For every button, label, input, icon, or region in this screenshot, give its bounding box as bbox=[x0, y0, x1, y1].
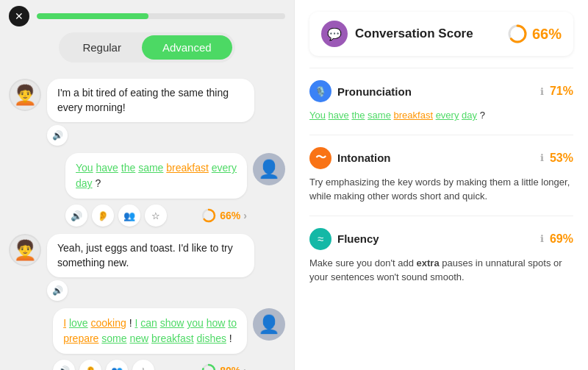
tab-switcher: Regular Advanced bbox=[59, 32, 234, 63]
people-btn-1[interactable]: 👥 bbox=[118, 204, 140, 227]
r-word-have: have bbox=[329, 110, 349, 121]
bot-bubble-2: Yeah, just eggs and toast. I'd like to t… bbox=[47, 234, 254, 277]
tab-advanced[interactable]: Advanced bbox=[142, 35, 232, 60]
divider-3 bbox=[309, 216, 573, 216]
intonation-description: Try emphasizing the key words by making … bbox=[309, 175, 573, 204]
intonation-icon: 〜 bbox=[309, 147, 331, 169]
word-same: same bbox=[138, 162, 163, 174]
user-message-1: 👤 You have the same breakfast every bbox=[9, 153, 285, 227]
score-chevron-1: › bbox=[243, 210, 247, 221]
close-icon: ✕ bbox=[15, 10, 24, 22]
user-face-icon-1: 👤 bbox=[258, 159, 280, 179]
r-word-the: the bbox=[351, 110, 365, 121]
pronunciation-info-icon[interactable]: ℹ bbox=[540, 86, 544, 97]
bot-text-1: I'm a bit tired of eating the same thing… bbox=[57, 87, 229, 113]
user-face-icon-2: 👤 bbox=[258, 314, 280, 335]
word-cooking: cooking bbox=[91, 317, 126, 329]
pronunciation-header: 🎙️ Pronunciation ℹ 71% bbox=[309, 80, 573, 102]
bot-avatar: 🧑‍🦱 bbox=[9, 79, 41, 111]
word-breakfast2: breakfast bbox=[151, 332, 194, 344]
pronunciation-icon: 🎙️ bbox=[309, 80, 331, 102]
bot-msg-content-2: Yeah, just eggs and toast. I'd like to t… bbox=[47, 234, 254, 301]
ear-btn-2[interactable]: 👂 bbox=[79, 360, 101, 370]
chat-bubble-icon: 💬 bbox=[327, 27, 342, 41]
fluency-wave-icon: ≈ bbox=[318, 232, 323, 245]
pronunciation-label: Pronunciation bbox=[337, 85, 533, 98]
action-row-2: 🔊 👂 👥 ☆ 80% › bbox=[53, 360, 247, 370]
score-text-2: 80% bbox=[220, 365, 240, 370]
word-exc2: ! bbox=[229, 332, 232, 344]
score-badge-2[interactable]: 80% › bbox=[201, 363, 247, 370]
word-can: can bbox=[140, 317, 157, 329]
word-dishes: dishes bbox=[196, 332, 226, 344]
score-badge-1[interactable]: 66% › bbox=[201, 207, 247, 224]
bot-bubble-1: I'm a bit tired of eating the same thing… bbox=[47, 79, 254, 122]
score-text-1: 66% bbox=[220, 210, 240, 221]
close-button[interactable]: ✕ bbox=[9, 6, 29, 26]
bot-avatar-2: 🧑‍🦱 bbox=[9, 234, 41, 266]
fluency-section: ≈ Fluency ℹ 69% Make sure you don't add … bbox=[309, 228, 573, 285]
score-ring-1 bbox=[201, 207, 217, 224]
progress-bar-container bbox=[37, 13, 285, 19]
bot-face-icon-2: 🧑‍🦱 bbox=[13, 239, 37, 262]
r-word-breakfast: breakfast bbox=[394, 110, 433, 121]
wave-icon: 〜 bbox=[315, 151, 326, 165]
score-ring-2 bbox=[201, 363, 217, 370]
intonation-section: 〜 Intonation ℹ 53% Try emphasizing the k… bbox=[309, 147, 573, 204]
word-day: day bbox=[76, 177, 93, 189]
star-btn-2[interactable]: ☆ bbox=[132, 360, 154, 370]
score-chevron-2: › bbox=[243, 365, 247, 370]
speaker-btn-1[interactable]: 🔊 bbox=[65, 204, 87, 227]
ear-btn-1[interactable]: 👂 bbox=[92, 204, 114, 227]
user-avatar-2: 👤 bbox=[253, 308, 285, 341]
star-btn-1[interactable]: ☆ bbox=[145, 204, 167, 227]
bot-msg-content-1: I'm a bit tired of eating the same thing… bbox=[47, 79, 254, 146]
conversation-icon: 💬 bbox=[321, 21, 348, 47]
user-bubble-2: I love cooking ! I can show you how bbox=[53, 308, 247, 354]
word-some: some bbox=[101, 332, 126, 344]
r-word-every: every bbox=[436, 110, 459, 121]
word-prepare: prepare bbox=[63, 332, 98, 344]
pronunciation-section: 🎙️ Pronunciation ℹ 71% You have the same… bbox=[309, 80, 573, 123]
fluency-score: 69% bbox=[550, 232, 573, 246]
tab-regular[interactable]: Regular bbox=[62, 35, 142, 60]
score-header: 💬 Conversation Score 66% bbox=[309, 12, 573, 56]
user-msg-content-1: You have the same breakfast every day ? bbox=[65, 153, 247, 227]
pronunciation-score: 71% bbox=[550, 85, 573, 98]
fluency-description: Make sure you don't add extra pauses in … bbox=[309, 256, 573, 285]
fluency-label: Fluency bbox=[337, 232, 533, 245]
left-panel: ✕ Regular Advanced 🧑‍🦱 I'm a bit tired o… bbox=[0, 0, 294, 370]
chat-area: 🧑‍🦱 I'm a bit tired of eating the same t… bbox=[0, 73, 294, 370]
word-have: have bbox=[96, 162, 118, 174]
overall-score-text: 66% bbox=[532, 26, 562, 43]
word-show: show bbox=[160, 317, 184, 329]
speaker-btn-2[interactable]: 🔊 bbox=[53, 360, 75, 370]
fluency-header: ≈ Fluency ℹ 69% bbox=[309, 228, 573, 250]
r-word-q: ? bbox=[480, 110, 485, 121]
bot-text-2: Yeah, just eggs and toast. I'd like to t… bbox=[57, 242, 233, 268]
divider-1 bbox=[309, 68, 573, 68]
user-msg-content-2: I love cooking ! I can show you how bbox=[53, 308, 247, 370]
bot-speaker-1[interactable]: 🔊 bbox=[47, 125, 68, 146]
word-i2: I bbox=[63, 317, 66, 329]
overall-score: 66% bbox=[507, 24, 562, 44]
r-word-day: day bbox=[462, 110, 477, 121]
bot-message-2: 🧑‍🦱 Yeah, just eggs and toast. I'd like … bbox=[9, 234, 285, 301]
intonation-info-icon[interactable]: ℹ bbox=[540, 152, 544, 163]
bot-speaker-2[interactable]: 🔊 bbox=[47, 280, 68, 301]
fluency-icon: ≈ bbox=[309, 228, 331, 250]
user-bubble-1: You have the same breakfast every day ? bbox=[65, 153, 247, 199]
fluency-info-icon[interactable]: ℹ bbox=[540, 233, 544, 244]
user-message-2: 👤 I love cooking ! I can show you bbox=[9, 308, 285, 370]
divider-2 bbox=[309, 135, 573, 135]
top-bar: ✕ bbox=[0, 0, 294, 32]
r-word-same: same bbox=[368, 110, 391, 121]
conversation-score-title: Conversation Score bbox=[355, 26, 500, 41]
intonation-header: 〜 Intonation ℹ 53% bbox=[309, 147, 573, 169]
people-btn-2[interactable]: 👥 bbox=[106, 360, 128, 370]
word-you2: you bbox=[187, 317, 204, 329]
mic-icon: 🎙️ bbox=[315, 86, 326, 97]
right-panel: 💬 Conversation Score 66% 🎙️ Pronunciatio… bbox=[294, 0, 588, 370]
word-i3: I bbox=[135, 317, 137, 329]
bot-face-icon: 🧑‍🦱 bbox=[13, 84, 37, 107]
